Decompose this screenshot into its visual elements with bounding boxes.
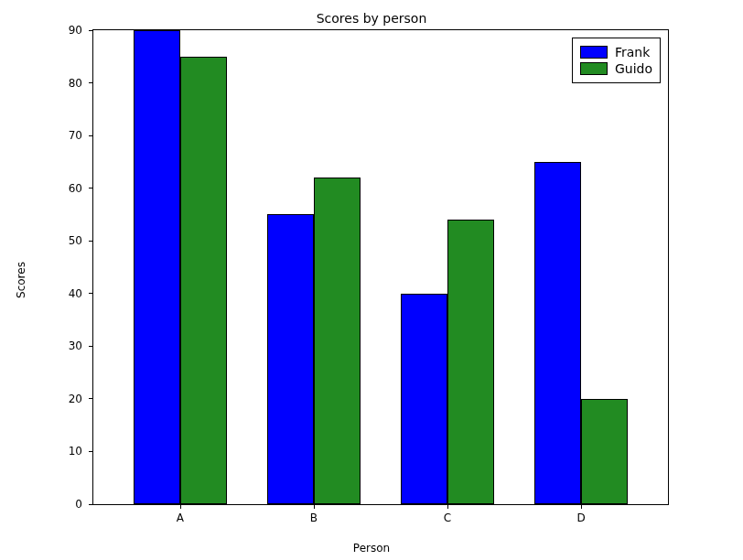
bar-guido-A <box>180 57 227 504</box>
y-tick-label: 20 <box>55 393 82 405</box>
chart-title: Scores by person <box>0 11 743 26</box>
y-tickmark <box>89 241 93 242</box>
y-tick-label: 0 <box>55 498 82 511</box>
y-tick-label: 10 <box>55 445 82 458</box>
plot-area <box>93 30 668 504</box>
legend: Frank Guido <box>572 38 661 83</box>
y-tickmark <box>89 135 93 136</box>
y-tick-label: 30 <box>55 339 82 352</box>
bar-frank-D <box>534 162 581 504</box>
y-tickmark <box>89 188 93 188</box>
y-tick-label: 70 <box>55 129 82 142</box>
y-tickmark <box>89 504 93 505</box>
y-tick-label: 80 <box>55 77 82 90</box>
y-tickmark <box>89 451 93 452</box>
y-tick-label: 50 <box>55 234 82 247</box>
y-tickmark <box>89 346 93 347</box>
y-tickmark <box>89 398 93 399</box>
legend-label-guido: Guido <box>615 60 652 77</box>
y-tickmark <box>89 30 93 31</box>
y-tick-label: 90 <box>55 24 82 37</box>
bar-frank-C <box>401 294 447 504</box>
bar-frank-A <box>134 30 180 504</box>
x-tick-label: A <box>177 512 184 524</box>
x-tick-label: C <box>444 512 451 524</box>
axes: Frank Guido 0102030405060708090ABCD <box>92 29 669 505</box>
x-tickmark <box>180 504 181 509</box>
x-tick-label: B <box>310 512 318 524</box>
bar-guido-B <box>314 178 361 504</box>
x-tickmark <box>447 504 448 509</box>
bar-frank-B <box>267 214 314 504</box>
figure: Scores by person Scores Frank Guido 0102… <box>0 0 743 560</box>
x-axis-label: Person <box>0 542 743 555</box>
legend-label-frank: Frank <box>615 44 650 60</box>
y-tickmark <box>89 293 93 294</box>
x-tickmark <box>314 504 315 509</box>
bar-guido-D <box>581 399 628 504</box>
y-tickmark <box>89 82 93 83</box>
legend-swatch-guido <box>580 62 608 75</box>
x-tickmark <box>581 504 582 509</box>
x-tick-label: D <box>576 512 585 524</box>
bar-guido-C <box>447 220 494 504</box>
y-axis-label-wrap: Scores <box>15 0 27 560</box>
legend-item-frank: Frank <box>580 44 652 60</box>
y-axis-label: Scores <box>15 262 27 298</box>
legend-item-guido: Guido <box>580 60 652 77</box>
y-tick-label: 40 <box>55 287 82 300</box>
y-tick-label: 60 <box>55 182 82 195</box>
legend-swatch-frank <box>580 46 608 59</box>
